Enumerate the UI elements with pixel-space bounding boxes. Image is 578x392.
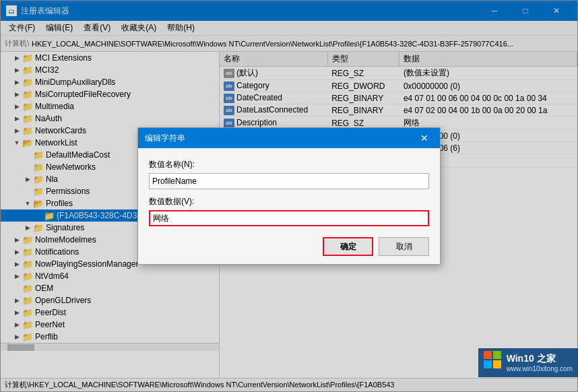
edit-string-dialog: 编辑字符串 ✕ 数值名称(N): 数值数据(V): 确定 取消	[137, 127, 441, 265]
dialog-title-text: 编辑字符串	[145, 133, 416, 144]
watermark: Win10 之家 www.win10xitong.com	[478, 348, 578, 377]
svg-rect-3	[493, 360, 501, 368]
dialog-close-button[interactable]: ✕	[416, 129, 433, 147]
cancel-button[interactable]: 取消	[379, 237, 429, 256]
dialog-data-label: 数值数据(V):	[149, 196, 429, 207]
dialog-value-input[interactable]	[149, 210, 429, 226]
svg-rect-1	[493, 351, 501, 359]
watermark-title: Win10 之家	[507, 353, 573, 365]
ok-button[interactable]: 确定	[323, 237, 373, 256]
win-logo	[484, 351, 503, 374]
watermark-url: www.win10xitong.com	[507, 365, 573, 372]
svg-rect-0	[484, 351, 492, 359]
dialog-title-bar: 编辑字符串 ✕	[138, 128, 440, 148]
dialog-name-input[interactable]	[149, 173, 429, 189]
dialog-overlay: 编辑字符串 ✕ 数值名称(N): 数值数据(V): 确定 取消	[0, 0, 578, 392]
watermark-text: Win10 之家 www.win10xitong.com	[507, 353, 573, 372]
svg-rect-2	[484, 360, 492, 368]
dialog-body: 数值名称(N): 数值数据(V): 确定 取消	[138, 148, 440, 264]
windows-logo-icon	[484, 351, 503, 370]
dialog-name-label: 数值名称(N):	[149, 159, 429, 170]
dialog-buttons: 确定 取消	[149, 237, 429, 256]
